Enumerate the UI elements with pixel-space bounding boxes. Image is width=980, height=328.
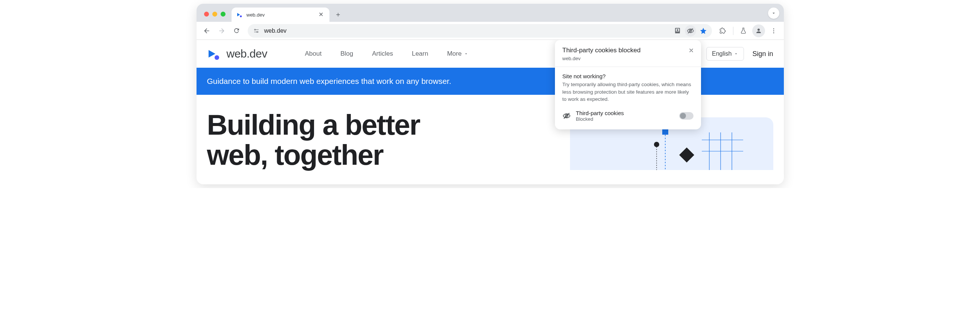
site-settings-icon[interactable] [253,27,260,34]
close-window-button[interactable] [204,12,209,17]
nav-articles[interactable]: Articles [372,50,393,57]
page-content: web.dev About Blog Articles Learn More E… [197,40,784,184]
tab-favicon-icon [236,11,243,18]
popup-title: Third-party cookies blocked [563,47,694,54]
svg-marker-21 [679,147,694,163]
url-text: web.dev [264,27,668,34]
new-tab-button[interactable] [332,9,344,20]
minimize-window-button[interactable] [212,12,217,17]
labs-icon[interactable] [737,24,750,37]
popup-question: Site not working? [563,73,694,79]
profile-avatar-icon[interactable] [752,24,765,37]
hero-heading: Building a better web, together [207,110,420,170]
cookie-text: Third-party cookies Blocked [576,110,624,122]
chrome-menu-icon[interactable] [767,24,780,37]
svg-point-12 [773,28,774,29]
cookie-label: Third-party cookies [576,110,624,116]
svg-point-11 [757,29,760,31]
reload-button[interactable] [231,24,243,37]
tab-strip: web.dev ✕ [197,4,784,22]
extensions-icon[interactable] [716,24,729,37]
forward-button[interactable] [215,24,228,37]
site-logo-text: web.dev [227,48,267,60]
svg-rect-17 [662,128,668,135]
svg-point-14 [773,32,774,33]
popup-header: Third-party cookies blocked web.dev [555,40,701,67]
popup-close-icon[interactable] [687,46,696,55]
chevron-down-icon [734,52,738,56]
language-label: English [712,51,732,57]
browser-tab[interactable]: web.dev ✕ [232,8,329,22]
svg-point-5 [256,31,258,32]
svg-point-2 [254,29,255,30]
svg-point-13 [773,30,774,31]
tab-title: web.dev [247,12,265,18]
address-bar[interactable]: web.dev [248,24,712,38]
site-logo[interactable]: web.dev [207,46,267,61]
nav-learn[interactable]: Learn [412,50,428,57]
cookie-toggle-row: Third-party cookies Blocked [563,110,694,122]
window-controls [201,12,229,22]
popup-description: Try temporarily allowing third-party coo… [563,81,694,103]
third-party-cookies-blocked-icon[interactable] [685,25,696,36]
nav-more[interactable]: More [447,50,468,57]
main-nav: About Blog Articles Learn More [305,50,468,57]
webdev-logo-icon [207,46,222,61]
browser-toolbar: web.dev [197,22,784,40]
tab-close-icon[interactable]: ✕ [317,10,325,19]
popup-body: Site not working? Try temporarily allowi… [555,67,701,129]
nav-about[interactable]: About [305,50,321,57]
hero-line1: Building a better [207,109,420,141]
third-party-cookies-popup: Third-party cookies blocked web.dev Site… [555,40,701,129]
cookie-status: Blocked [576,116,624,122]
signin-link[interactable]: Sign in [752,50,773,58]
toolbar-divider [733,27,733,35]
install-app-icon[interactable] [672,25,683,36]
bookmark-star-icon[interactable] [698,25,709,36]
omnibox-trailing-icons [672,25,709,36]
maximize-window-button[interactable] [221,12,226,17]
tab-search-button[interactable] [768,8,780,19]
back-button[interactable] [200,24,213,37]
hero-line2: web, together [207,139,383,171]
popup-site: web.dev [563,55,694,61]
language-selector[interactable]: English [706,47,744,60]
banner-text: Guidance to build modern web experiences… [207,77,452,86]
toggle-knob [680,113,686,119]
svg-point-16 [215,55,219,60]
header-right: English Sign in [706,47,773,60]
nav-blog[interactable]: Blog [340,50,353,57]
nav-more-label: More [447,50,461,57]
browser-window: web.dev ✕ web.dev [197,4,784,184]
chevron-down-icon [464,52,468,56]
cookie-toggle[interactable] [679,112,694,120]
eye-off-icon [563,112,571,120]
